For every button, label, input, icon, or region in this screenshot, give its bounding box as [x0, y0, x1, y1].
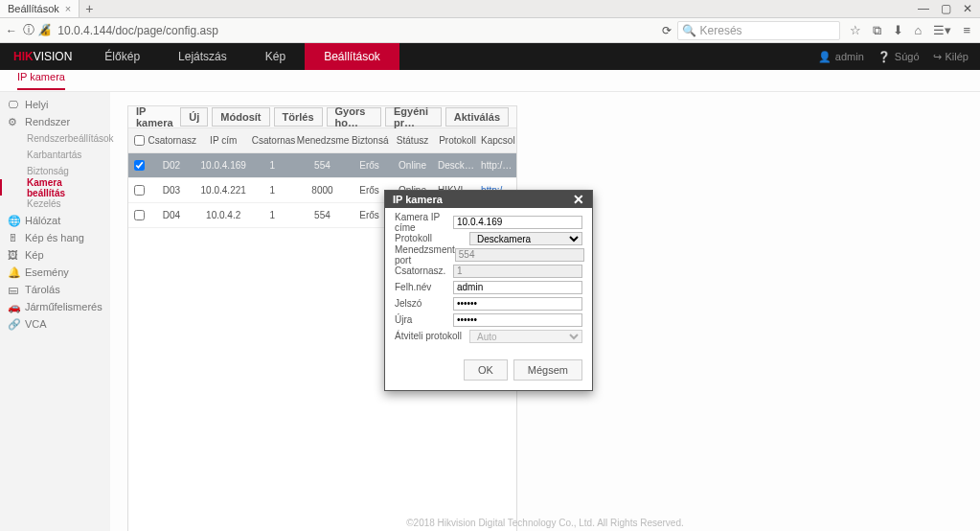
sidebar-item-VCA[interactable]: 🔗VCA [0, 315, 110, 333]
app-logo: HIKVISION [0, 50, 85, 63]
panel-title: IP kamera [136, 105, 180, 128]
url-text[interactable]: 10.0.4.144/doc/page/config.asp [57, 24, 217, 37]
home-icon[interactable]: ⌂ [915, 23, 923, 38]
breadcrumb-item[interactable]: IP kamera [17, 71, 65, 90]
monitor-icon: 🖵 [8, 99, 19, 110]
gear-icon: ⚙ [8, 116, 19, 127]
col-header[interactable]: IP cím [197, 128, 250, 153]
top-nav: ÉlőképLejátszásKépBeállítások [85, 43, 399, 70]
cancel-button[interactable]: Mégsem [513, 359, 582, 381]
sidebar-sub-Kamera beállítás[interactable]: Kamera beállítás [0, 179, 110, 196]
link-icon: 🔗 [8, 318, 19, 330]
toolbar-Módosít[interactable]: Módosít [212, 107, 269, 127]
col-header[interactable]: Csatornasz… [250, 128, 295, 153]
ip-input[interactable] [453, 216, 582, 229]
sidebar-sub-Rendszerbeállítások[interactable]: Rendszerbeállítások [0, 130, 110, 147]
menu-icon[interactable]: ≡ [963, 23, 970, 38]
identity-icon[interactable]: ⓘ 🔏 [23, 22, 52, 38]
tproto-label: Átviteli protokoll [395, 331, 469, 341]
library-icon[interactable]: ☰▾ [933, 23, 951, 38]
user-input[interactable] [453, 281, 582, 294]
bell-icon: 🔔 [8, 266, 19, 278]
browser-tabstrip: Beállítások × + — ▢ ✕ [0, 0, 980, 18]
sidebar: 🖵Helyi⚙RendszerRendszerbeállításokKarban… [0, 92, 110, 531]
reload-icon[interactable]: ⟳ [662, 24, 672, 37]
close-window-icon[interactable]: ✕ [963, 2, 972, 15]
sidebar-item-Hálózat[interactable]: 🌐Hálózat [0, 212, 110, 229]
sidebar-item-Járműfelismerés[interactable]: 🚗Járműfelismerés [0, 298, 110, 315]
nav-kép[interactable]: Kép [246, 43, 305, 70]
ip-label: Kamera IP címe [395, 212, 453, 233]
help-button[interactable]: ❔ Súgó [877, 51, 920, 63]
col-header[interactable]: Biztonság [350, 128, 389, 153]
sidebar-item-Kép és hang[interactable]: 🎚Kép és hang [0, 229, 110, 246]
browser-tab[interactable]: Beállítások × [0, 0, 80, 17]
toolbar-Aktiválás[interactable]: Aktiválás [445, 107, 509, 127]
sidebar-item-Tárolás[interactable]: 🖴Tárolás [0, 281, 110, 298]
search-icon: 🔍 [682, 24, 696, 37]
port-label: Menedzsment port [395, 244, 455, 266]
image-icon: 🖼 [8, 249, 19, 261]
close-tab-icon[interactable]: × [65, 3, 71, 14]
maximize-icon[interactable]: ▢ [941, 2, 951, 15]
row-checkbox[interactable] [134, 160, 145, 171]
hdd-icon: 🖴 [8, 284, 19, 295]
col-header[interactable]: Protokoll [436, 128, 479, 153]
nav-beállítások[interactable]: Beállítások [305, 43, 399, 70]
new-tab-button[interactable]: + [80, 0, 99, 17]
pass-label: Jelszó [395, 298, 453, 309]
select-all-checkbox[interactable] [134, 135, 145, 146]
row-checkbox[interactable] [134, 185, 145, 196]
user-nav: 👤 admin ❔ Súgó ↪ Kilép [807, 51, 980, 63]
row-checkbox[interactable] [134, 210, 145, 220]
toolbar-Gyors ho…[interactable]: Gyors ho… [327, 107, 381, 127]
toolbar-Egyéni pr…[interactable]: Egyéni pr… [385, 107, 442, 127]
back-icon[interactable]: ← [6, 24, 17, 37]
user-label: Felh.név [395, 282, 453, 292]
col-header[interactable] [128, 128, 146, 153]
col-header[interactable]: Menedzsment p… [295, 128, 350, 153]
nav-élőkép[interactable]: Élőkép [85, 43, 159, 70]
search-box[interactable]: 🔍 Keresés [677, 21, 840, 40]
sidebar-item-Kép[interactable]: 🖼Kép [0, 246, 110, 264]
search-placeholder: Keresés [700, 24, 742, 37]
port-input [455, 248, 584, 262]
sidebar-item-Helyi[interactable]: 🖵Helyi [0, 96, 110, 113]
panel-toolbar: IP kamera ÚjMódosítTörlésGyors ho…Egyéni… [128, 106, 516, 128]
pocket-icon[interactable]: ⧉ [873, 23, 881, 38]
again-label: Újra [395, 314, 453, 325]
chan-input [453, 265, 582, 278]
again-input[interactable] [453, 313, 582, 327]
sidebar-item-Esemény[interactable]: 🔔Esemény [0, 264, 110, 281]
toolbar-Törlés[interactable]: Törlés [274, 107, 323, 127]
chan-label: Csatornasz. [395, 266, 453, 276]
download-icon[interactable]: ⬇ [893, 23, 903, 38]
globe-icon: 🌐 [8, 215, 19, 226]
col-header[interactable]: Kapcsol… [479, 128, 516, 153]
ip-camera-modal: IP kamera ✕ Kamera IP címe ProtokollDesc… [384, 190, 593, 391]
col-header[interactable]: Státusz [389, 128, 436, 153]
window-controls: — ▢ ✕ [910, 0, 980, 17]
user-button[interactable]: 👤 admin [818, 51, 864, 63]
pass-input[interactable] [453, 297, 582, 311]
col-header[interactable]: Csatornasz… [146, 128, 196, 153]
copyright-footer: ©2018 Hikvision Digital Technology Co., … [110, 518, 980, 528]
logout-button[interactable]: ↪ Kilép [933, 51, 969, 63]
sidebar-sub-Kezelés[interactable]: Kezelés [0, 196, 110, 212]
star-icon[interactable]: ☆ [850, 23, 861, 38]
minimize-icon[interactable]: — [918, 2, 929, 15]
ok-button[interactable]: OK [464, 359, 508, 381]
sidebar-sub-Karbantartás[interactable]: Karbantartás [0, 147, 110, 163]
nav-lejátszás[interactable]: Lejátszás [159, 43, 246, 70]
tab-title: Beállítások [8, 3, 59, 14]
sliders-icon: 🎚 [8, 232, 19, 243]
table-row[interactable]: D0210.0.4.1691554ErősOnlineDesckamerahtt… [128, 153, 516, 178]
proto-label: Protokoll [395, 233, 469, 243]
proto-select[interactable]: Desckamera [469, 232, 582, 245]
sidebar-item-Rendszer[interactable]: ⚙Rendszer [0, 113, 110, 130]
modal-header: IP kamera ✕ [385, 191, 592, 208]
close-icon[interactable]: ✕ [573, 193, 584, 206]
address-bar: ← ⓘ 🔏 10.0.4.144/doc/page/config.asp ⟳ 🔍… [0, 18, 980, 43]
tproto-select: Auto [469, 330, 582, 343]
toolbar-Új[interactable]: Új [180, 107, 208, 127]
